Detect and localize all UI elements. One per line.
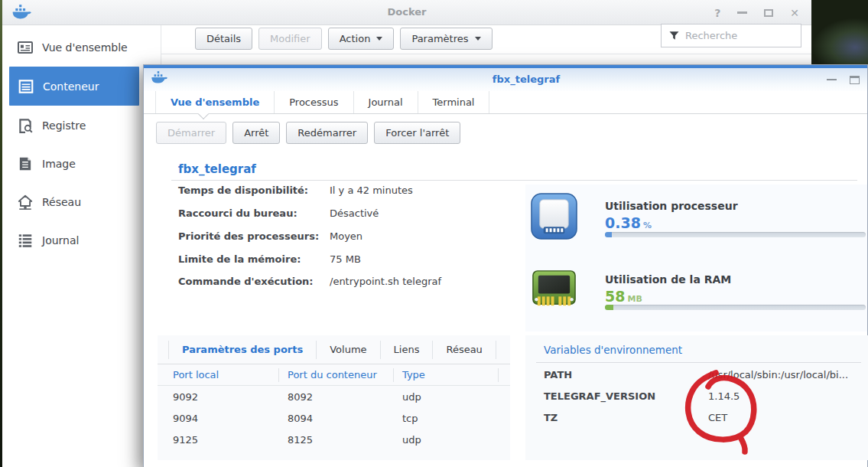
property-row: Raccourci du bureau:Désactivé [178,207,508,223]
environment-panel-title: Variables d'environnement [544,344,682,356]
column-divider [393,368,394,382]
maximize-button[interactable] [764,9,773,17]
tab-links[interactable]: Liens [381,341,434,359]
tab-overview[interactable]: Vue d'ensemble [155,91,275,113]
column-header-container-port[interactable]: Port du conteneur [288,369,377,380]
heading-divider [171,180,857,181]
dropdown-caret-icon [475,37,481,41]
overview-icon [17,39,34,56]
tab-log[interactable]: Journal [354,91,418,113]
dialog-maximize-button[interactable] [850,76,860,84]
container-name-heading: fbx_telegraf [178,162,256,176]
port-table-row[interactable]: 9092 8092 udp [158,391,510,407]
sidebar-item-network[interactable]: Réseau [2,191,160,214]
env-var-row: PATH /usr/local/sbin:/usr/local/bi... [525,369,868,384]
desktop-wallpaper [811,0,868,66]
restart-button[interactable]: Redémarrer [286,122,368,144]
column-divider [498,368,499,382]
ram-usage-title: Utilisation de la RAM [605,273,731,286]
dialog-titlebar: fbx_telegraf [144,68,867,91]
dialog-title: fbx_telegraf [493,73,560,85]
search-input[interactable] [685,30,815,41]
titlebar: Docker ? ✕ [2,0,811,25]
tab-processes[interactable]: Processus [275,91,353,113]
container-action-buttons: Démarrer Arrêt Redémarrer Forcer l'arrêt [144,114,867,146]
dialog-tab-bar: Vue d'ensemble Processus Journal Termina… [144,91,867,114]
image-icon [17,155,34,172]
action-dropdown-button[interactable]: Action [328,28,395,50]
filter-funnel-icon [668,30,680,41]
resource-usage-panel: Utilisation processeur 0.38% Utilisation [525,185,867,331]
port-table-row[interactable]: 9094 8094 tcp [158,413,510,428]
search-box [661,24,801,47]
tab-network[interactable]: Réseau [433,341,496,359]
dialog-content: fbx_telegraf Temps de disponibilité:Il y… [144,146,867,467]
start-button[interactable]: Démarrer [156,122,226,144]
docker-whale-icon [151,70,167,87]
container-details-dialog: fbx_telegraf Vue d'ensemble Processus Jo… [143,64,868,467]
force-stop-button[interactable]: Forcer l'arrêt [374,122,460,144]
tab-volume[interactable]: Volume [317,341,380,359]
cpu-icon [530,192,578,243]
toolbar-divider [161,54,811,54]
minimize-button[interactable] [737,11,747,14]
container-icon [18,78,34,95]
dialog-minimize-button[interactable] [827,79,837,80]
property-row: Limite de la mémoire:75 MB [178,253,508,269]
ram-usage-bar-fill [605,305,613,310]
ram-usage-value: 58MB [605,288,642,305]
dialog-window-controls [827,68,860,91]
tab-terminal[interactable]: Terminal [418,91,490,113]
property-row: Priorité des processeurs:Moyen [178,230,508,246]
ports-panel-tabs: Paramètres des ports Volume Liens Réseau [158,335,510,364]
sidebar-item-overview[interactable]: Vue d'ensemble [2,36,160,59]
dropdown-caret-icon [376,37,382,41]
cpu-usage-title: Utilisation processeur [605,200,738,212]
column-header-local-port[interactable]: Port local [173,369,219,380]
sidebar-item-log[interactable]: Journal [2,229,160,252]
cpu-usage-bar [605,232,866,237]
cpu-usage-bar-fill [605,232,612,237]
sidebar-item-registry[interactable]: Registre [2,114,160,137]
registry-icon [17,117,34,134]
ram-icon [530,265,578,315]
settings-dropdown-button[interactable]: Paramètres [400,28,492,50]
property-row: Commande d'exécution:/entrypoint.sh tele… [178,276,508,291]
sidebar-item-image[interactable]: Image [2,152,160,175]
log-icon [17,232,34,249]
close-button[interactable]: ✕ [790,8,799,18]
environment-title-divider [536,362,861,363]
port-table-row[interactable]: 9125 8125 udp [158,434,510,449]
env-var-row: TZ CET [525,412,868,427]
ports-panel: Paramètres des ports Volume Liens Réseau… [158,335,510,460]
stop-button[interactable]: Arrêt [232,122,280,144]
ram-usage-bar [605,305,866,310]
network-icon [17,194,34,211]
sidebar-item-container[interactable]: Conteneur [9,67,139,106]
property-row: Temps de disponibilité:Il y a 42 minutes [178,185,508,200]
modify-button[interactable]: Modifier [258,28,322,50]
env-var-row: TELEGRAF_VERSION 1.14.5 [525,390,868,406]
cpu-usage-value: 0.38% [605,214,652,231]
column-divider [278,368,279,382]
ports-table-header: Port local Port du conteneur Type [158,364,510,386]
window-title: Docker [2,6,811,18]
toolbar: Détails Modifier Action Paramètres [195,28,493,50]
details-button[interactable]: Détails [195,28,252,50]
column-header-type[interactable]: Type [402,369,425,380]
environment-panel: Variables d'environnement PATH /usr/loca… [525,335,868,460]
window-controls: ? ✕ [714,0,799,25]
help-button[interactable]: ? [714,8,720,18]
tab-port-settings[interactable]: Paramètres des ports [168,341,317,359]
